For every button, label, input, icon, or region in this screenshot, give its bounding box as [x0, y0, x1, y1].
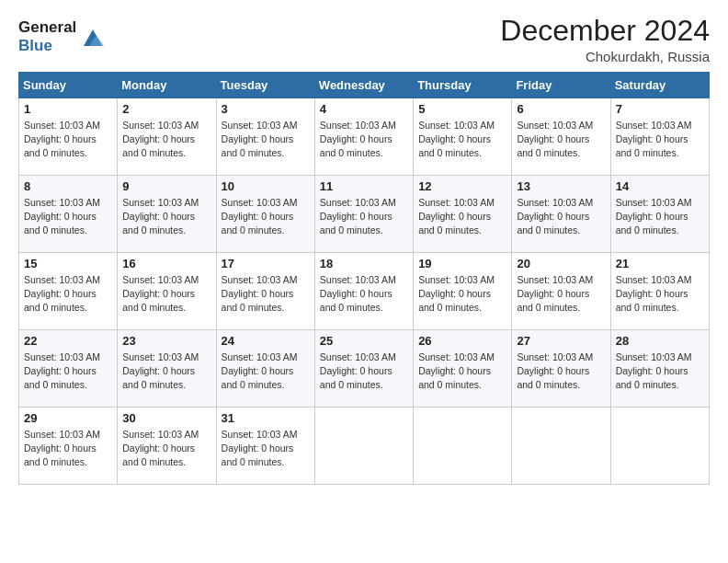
day-info: Sunset: 10:03 AM Daylight: 0 hours and 0…	[122, 350, 210, 391]
day-number: 13	[517, 179, 605, 193]
day-info: Sunset: 10:03 AM Daylight: 0 hours and 0…	[24, 119, 112, 159]
table-row: 8Sunset: 10:03 AM Daylight: 0 hours and …	[19, 176, 118, 253]
calendar-header-row: Sunday Monday Tuesday Wednesday Thursday…	[19, 73, 710, 98]
col-monday: Monday	[118, 73, 216, 98]
calendar-week-row: 29Sunset: 10:03 AM Daylight: 0 hours and…	[19, 408, 710, 485]
day-info: Sunset: 10:03 AM Daylight: 0 hours and 0…	[24, 196, 112, 236]
day-info: Sunset: 10:03 AM Daylight: 0 hours and 0…	[122, 119, 210, 159]
table-row: 17Sunset: 10:03 AM Daylight: 0 hours and…	[216, 253, 314, 330]
day-number: 8	[24, 179, 112, 193]
day-number: 30	[122, 411, 210, 425]
table-row: 2Sunset: 10:03 AM Daylight: 0 hours and …	[118, 98, 216, 176]
day-number: 22	[24, 334, 112, 348]
table-row: 6Sunset: 10:03 AM Daylight: 0 hours and …	[512, 98, 610, 176]
calendar-week-row: 22Sunset: 10:03 AM Daylight: 0 hours and…	[19, 330, 710, 408]
table-row	[414, 408, 512, 485]
location-subtitle: Chokurdakh, Russia	[500, 49, 710, 64]
day-info: Sunset: 10:03 AM Daylight: 0 hours and 0…	[616, 273, 704, 314]
day-info: Sunset: 10:03 AM Daylight: 0 hours and 0…	[418, 273, 506, 314]
day-number: 17	[222, 257, 310, 270]
logo-icon	[80, 24, 106, 50]
table-row: 21Sunset: 10:03 AM Daylight: 0 hours and…	[610, 253, 709, 330]
day-number: 16	[122, 257, 210, 270]
logo-line1: General	[18, 18, 76, 37]
day-info: Sunset: 10:03 AM Daylight: 0 hours and 0…	[616, 350, 704, 391]
day-number: 5	[418, 102, 506, 116]
day-number: 7	[616, 102, 704, 116]
day-number: 26	[418, 334, 506, 348]
day-info: Sunset: 10:03 AM Daylight: 0 hours and 0…	[122, 273, 210, 314]
day-number: 11	[320, 179, 408, 193]
day-info: Sunset: 10:03 AM Daylight: 0 hours and 0…	[24, 350, 112, 391]
table-row: 7Sunset: 10:03 AM Daylight: 0 hours and …	[610, 98, 709, 176]
title-block: December 2024 Chokurdakh, Russia	[500, 15, 710, 64]
logo: General Blue	[18, 18, 106, 54]
day-info: Sunset: 10:03 AM Daylight: 0 hours and 0…	[418, 119, 506, 159]
table-row: 27Sunset: 10:03 AM Daylight: 0 hours and…	[512, 330, 610, 408]
table-row: 26Sunset: 10:03 AM Daylight: 0 hours and…	[414, 330, 512, 408]
day-info: Sunset: 10:03 AM Daylight: 0 hours and 0…	[222, 428, 310, 468]
month-year-title: December 2024	[500, 15, 710, 47]
day-number: 14	[616, 179, 704, 193]
table-row: 15Sunset: 10:03 AM Daylight: 0 hours and…	[19, 253, 118, 330]
day-number: 27	[517, 334, 605, 348]
table-row: 25Sunset: 10:03 AM Daylight: 0 hours and…	[314, 330, 413, 408]
day-info: Sunset: 10:03 AM Daylight: 0 hours and 0…	[222, 273, 310, 314]
table-row: 23Sunset: 10:03 AM Daylight: 0 hours and…	[118, 330, 216, 408]
table-row: 11Sunset: 10:03 AM Daylight: 0 hours and…	[314, 176, 413, 253]
logo-line2: Blue	[18, 37, 76, 55]
day-number: 10	[222, 179, 310, 193]
day-info: Sunset: 10:03 AM Daylight: 0 hours and 0…	[320, 119, 408, 159]
day-info: Sunset: 10:03 AM Daylight: 0 hours and 0…	[122, 196, 210, 236]
day-info: Sunset: 10:03 AM Daylight: 0 hours and 0…	[517, 273, 605, 314]
table-row	[512, 408, 610, 485]
day-info: Sunset: 10:03 AM Daylight: 0 hours and 0…	[418, 196, 506, 236]
table-row	[314, 408, 413, 485]
day-info: Sunset: 10:03 AM Daylight: 0 hours and 0…	[320, 350, 408, 391]
table-row: 30Sunset: 10:03 AM Daylight: 0 hours and…	[118, 408, 216, 485]
page: General Blue December 2024 Chokurdakh, R…	[0, 0, 728, 563]
day-info: Sunset: 10:03 AM Daylight: 0 hours and 0…	[418, 350, 506, 391]
table-row: 29Sunset: 10:03 AM Daylight: 0 hours and…	[19, 408, 118, 485]
day-info: Sunset: 10:03 AM Daylight: 0 hours and 0…	[24, 273, 112, 314]
day-number: 24	[222, 334, 310, 348]
table-row: 24Sunset: 10:03 AM Daylight: 0 hours and…	[216, 330, 314, 408]
day-info: Sunset: 10:03 AM Daylight: 0 hours and 0…	[222, 350, 310, 391]
day-number: 9	[122, 179, 210, 193]
day-number: 18	[320, 257, 408, 270]
table-row: 28Sunset: 10:03 AM Daylight: 0 hours and…	[610, 330, 709, 408]
day-number: 15	[24, 257, 112, 270]
day-number: 1	[24, 102, 112, 116]
table-row: 13Sunset: 10:03 AM Daylight: 0 hours and…	[512, 176, 610, 253]
day-info: Sunset: 10:03 AM Daylight: 0 hours and 0…	[122, 428, 210, 468]
day-number: 31	[222, 411, 310, 425]
table-row: 9Sunset: 10:03 AM Daylight: 0 hours and …	[118, 176, 216, 253]
table-row: 14Sunset: 10:03 AM Daylight: 0 hours and…	[610, 176, 709, 253]
table-row	[610, 408, 709, 485]
table-row: 12Sunset: 10:03 AM Daylight: 0 hours and…	[414, 176, 512, 253]
day-number: 2	[122, 102, 210, 116]
calendar-week-row: 1Sunset: 10:03 AM Daylight: 0 hours and …	[19, 98, 710, 176]
calendar-week-row: 8Sunset: 10:03 AM Daylight: 0 hours and …	[19, 176, 710, 253]
table-row: 5Sunset: 10:03 AM Daylight: 0 hours and …	[414, 98, 512, 176]
day-number: 3	[222, 102, 310, 116]
day-info: Sunset: 10:03 AM Daylight: 0 hours and 0…	[24, 428, 112, 468]
col-sunday: Sunday	[19, 73, 118, 98]
day-info: Sunset: 10:03 AM Daylight: 0 hours and 0…	[517, 350, 605, 391]
day-info: Sunset: 10:03 AM Daylight: 0 hours and 0…	[517, 196, 605, 236]
day-number: 23	[122, 334, 210, 348]
col-wednesday: Wednesday	[314, 73, 413, 98]
day-number: 19	[418, 257, 506, 270]
table-row: 10Sunset: 10:03 AM Daylight: 0 hours and…	[216, 176, 314, 253]
day-info: Sunset: 10:03 AM Daylight: 0 hours and 0…	[320, 273, 408, 314]
col-saturday: Saturday	[610, 73, 709, 98]
col-thursday: Thursday	[414, 73, 512, 98]
table-row: 4Sunset: 10:03 AM Daylight: 0 hours and …	[314, 98, 413, 176]
day-info: Sunset: 10:03 AM Daylight: 0 hours and 0…	[320, 196, 408, 236]
day-number: 28	[616, 334, 704, 348]
col-friday: Friday	[512, 73, 610, 98]
day-number: 29	[24, 411, 112, 425]
day-info: Sunset: 10:03 AM Daylight: 0 hours and 0…	[222, 119, 310, 159]
day-number: 20	[517, 257, 605, 270]
calendar-table: Sunday Monday Tuesday Wednesday Thursday…	[18, 72, 710, 485]
